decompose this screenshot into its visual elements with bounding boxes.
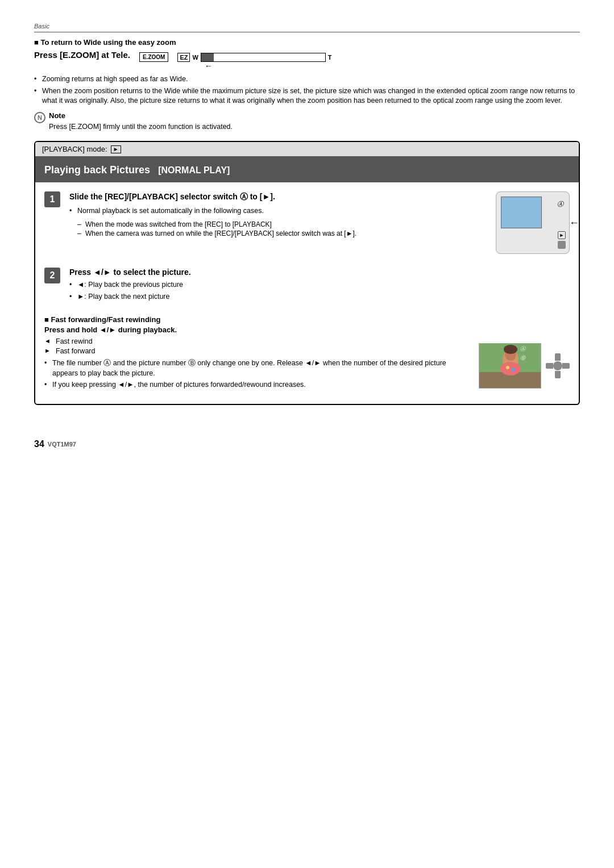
zoom-bar-marker: W [192,54,198,61]
dpad-up [555,353,561,361]
fast-fwd-bullet-1: The file number Ⓐ and the picture number… [44,358,470,378]
dpad-left [546,363,553,369]
step-2-content: Press ◄/► to select the picture. ◄: Play… [69,268,570,306]
svg-point-5 [504,345,517,354]
step-1-title-main: Slide the [REC]/[PLAYBACK] selector swit… [69,192,238,201]
step-2-number: 2 [44,268,60,283]
playback-main-title: Playing back Pictures [NORMAL PLAY] [35,156,579,182]
playback-mode-icon: ► [111,145,121,153]
fast-text-col: Fast rewind Fast forward The file number… [44,337,470,395]
note-content: Press [E.ZOOM] firmly until the zoom fun… [49,123,233,131]
playback-section: [PLAYBACK] mode: ► Playing back Pictures… [34,141,580,405]
note-text: Note Press [E.ZOOM] firmly until the zoo… [49,111,233,132]
ezoom-label-box: E.ZOOM [139,52,168,62]
zoom-bar: ← [201,53,326,62]
to-wide-heading: To return to Wide using the easy zoom [34,38,580,47]
zoom-bullet-2: When the zoom position returns to the Wi… [34,86,580,106]
photo-wrapper: Ⓐ Ⓑ [479,343,541,389]
zoom-bar-left-label: EZ [177,53,190,62]
fast-row: Fast rewind Fast forward The file number… [44,337,570,395]
playback-content: 1 Ⓐ ► ← [35,182,579,404]
fast-fwd-section: Fast forwarding/Fast rewinding Press and… [44,315,570,395]
dpad-large [546,353,570,378]
page-footer: 34 VQT1M97 [34,439,580,449]
switch-box [558,241,566,249]
note-icon: N [34,112,45,123]
dpad-down [555,371,561,378]
step-2-bullet-1: ◄: Play back the previous picture [69,280,570,290]
step-2-title: Press ◄/► to select the picture. [69,268,570,277]
step-2-row: 2 Press ◄/► to select the picture. ◄: Pl… [44,268,570,306]
camera-arrow: ← [569,217,579,229]
step-1-title-sub: Ⓐ to [►]. [240,192,275,201]
step-2-bullet-2: ►: Play back the next picture [69,292,570,302]
svg-text:Ⓑ: Ⓑ [520,355,526,361]
playback-title-text: Playing back Pictures [44,164,150,176]
press-ezoom-row: Press [E.ZOOM] at Tele. E.ZOOM EZ W ← T [34,50,580,64]
fast-label-list: Fast rewind Fast forward [44,337,470,355]
playback-mode-bar: [PLAYBACK] mode: ► [35,142,579,156]
step-1-content: Ⓐ ► ← Slide the [REC]/[PLAYBACK] [69,191,570,258]
fast-fwd-bullet-2: If you keep pressing ◄/►, the number of … [44,380,470,390]
playback-mode-label: [PLAYBACK] mode: [42,145,107,153]
dpad-right [562,363,570,369]
step-1-bullet-1: Normal playback is set automatically in … [69,206,570,216]
photo-preview: Ⓐ Ⓑ [479,343,541,389]
step-1-row: 1 Ⓐ ► ← [44,191,570,258]
svg-point-6 [506,366,509,369]
press-ezoom-text: Press [E.ZOOM] at Tele. [34,50,130,60]
step-1-bullets: Normal playback is set automatically in … [69,206,570,216]
zoom-bar-container: EZ W ← T [177,53,331,62]
fast-rewind-item: Fast rewind [44,337,470,345]
page-code: VQT1M97 [48,441,76,448]
section-divider [34,32,580,32]
playback-title-sub: [NORMAL PLAY] [158,165,230,175]
note-box: N Note Press [E.ZOOM] firmly until the z… [34,111,580,132]
zoom-bar-fill [201,53,214,61]
step-2-bullets: ◄: Play back the previous picture ►: Pla… [69,280,570,302]
svg-point-4 [500,362,521,375]
zoom-bar-right-label: T [328,54,332,61]
zoom-bullets: Zooming returns at high speed as far as … [34,74,580,106]
fast-forward-item: Fast forward [44,347,470,355]
photo-svg: Ⓐ Ⓑ [479,344,541,389]
ezoom-label: E.ZOOM [143,54,165,60]
svg-text:Ⓐ: Ⓐ [520,346,526,352]
fast-fwd-heading: Fast forwarding/Fast rewinding [44,315,570,324]
fast-fwd-bullets: The file number Ⓐ and the picture number… [44,358,470,390]
press-hold-text: Press and hold ◄/► during playback. [44,326,570,334]
svg-point-7 [512,368,515,372]
step-1-title: Slide the [REC]/[PLAYBACK] selector swit… [69,191,570,203]
fast-image-col: Ⓐ Ⓑ [479,337,570,395]
step-1-sub-1: When the mode was switched from the [REC… [77,220,570,228]
zoom-arrow-indicator: ← [205,61,213,70]
section-label: Basic [34,23,580,30]
dpad-center [553,361,562,370]
page-number: 34 [34,439,44,449]
step-1-number: 1 [44,191,60,207]
zoom-bullet-1: Zooming returns at high speed as far as … [34,74,580,85]
step-1-sub-2: When the camera was turned on while the … [77,229,570,237]
